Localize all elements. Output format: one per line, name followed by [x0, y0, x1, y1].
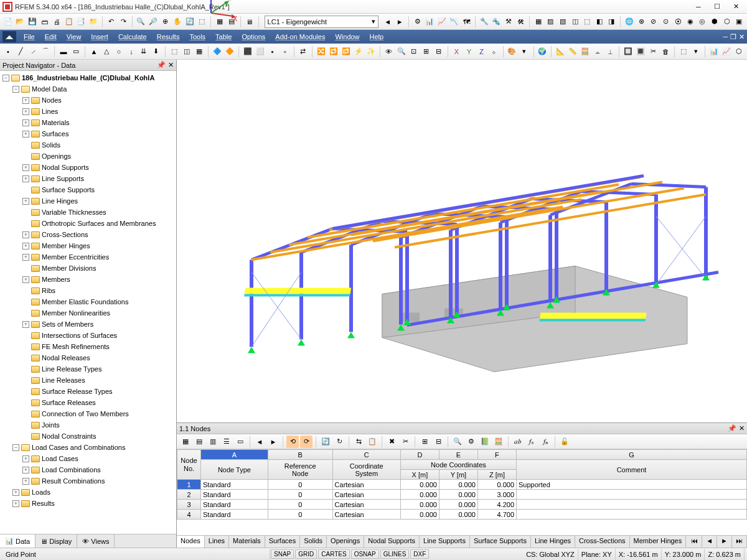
table-tab[interactable]: Cross-Sections [575, 536, 630, 548]
tb5-icon[interactable]: ▭ [234, 436, 247, 448]
table-tab[interactable]: Surface Supports [470, 536, 531, 548]
table-close-icon[interactable]: ✕ [739, 424, 745, 432]
menu-file[interactable]: File [19, 32, 40, 42]
tree-item[interactable]: +Member Eccentricities [0, 251, 176, 263]
load-icon[interactable]: ↓ [126, 45, 137, 58]
tree-item[interactable]: Nodal Releases [0, 352, 176, 363]
menu-results[interactable]: Results [152, 32, 185, 42]
tree-item[interactable]: Intersections of Surfaces [0, 330, 176, 341]
tb1-icon[interactable]: ▦ [179, 436, 192, 448]
table-tab[interactable]: Openings [327, 536, 364, 548]
tree-item[interactable]: +Member Hinges [0, 240, 176, 251]
tb4-icon[interactable]: ☰ [220, 436, 233, 448]
tree-item[interactable]: Joints [0, 419, 176, 431]
tree-item[interactable]: +Nodes [0, 95, 176, 106]
tree-item[interactable]: +Nodal Supports [0, 162, 176, 173]
tree-item[interactable]: Surface Supports [0, 184, 176, 195]
table-pin-icon[interactable]: 📌 [728, 424, 736, 432]
tb9-icon[interactable]: ⟳ [300, 436, 312, 448]
tb18-icon[interactable]: 🔍 [451, 436, 464, 448]
node-icon[interactable]: • [2, 45, 14, 58]
tree-item[interactable]: Line Releases [0, 375, 176, 386]
tree-item[interactable]: Orthotropic Surfaces and Membranes [0, 218, 176, 229]
snap-toggle[interactable]: SNAP [271, 549, 294, 559]
tree-item[interactable]: +Line Supports [0, 173, 176, 184]
tb6-icon[interactable]: ◄ [253, 436, 266, 448]
snap-toggle[interactable]: CARTES [318, 549, 349, 559]
tree-item[interactable]: Nodal Constraints [0, 431, 176, 442]
tree-item[interactable]: Solids [0, 139, 176, 151]
load3-icon[interactable]: ⬇ [151, 45, 162, 58]
pin-icon[interactable]: 📌 [157, 61, 166, 69]
tb21-icon[interactable]: 𝑓ₓ [525, 436, 538, 448]
tb3-icon[interactable]: ▥ [207, 436, 219, 448]
project-icon[interactable]: 📁 [88, 16, 99, 28]
tb15-icon[interactable]: ✂ [399, 436, 411, 448]
t2-icon[interactable]: ◫ [181, 45, 192, 58]
menu-insert[interactable]: Insert [86, 32, 113, 42]
snap-toggle[interactable]: GRID [295, 549, 317, 559]
tree-item[interactable]: Member Divisions [0, 263, 176, 274]
tb16-icon[interactable]: ⊞ [418, 436, 431, 448]
table-tab[interactable]: Surfaces [265, 536, 300, 548]
table-tab[interactable]: Line Supports [420, 536, 470, 548]
saveall-icon[interactable]: 🗃 [39, 16, 50, 28]
tree-item[interactable]: −Load Cases and Combinations [0, 442, 176, 453]
tree-item[interactable]: +Materials [0, 117, 176, 128]
zoom2-icon[interactable]: 🔎 [148, 16, 159, 28]
t1-icon[interactable]: ⬚ [169, 45, 180, 58]
table-tab[interactable]: Solids [300, 536, 327, 548]
lock-icon[interactable]: 🔓 [558, 436, 571, 448]
arc-icon[interactable]: ⌒ [40, 45, 51, 58]
navtab-data[interactable]: 📊 Data [0, 534, 35, 548]
tree-item[interactable]: Variable Thicknesses [0, 207, 176, 218]
zoom3-icon[interactable]: ⊕ [160, 16, 171, 28]
navtab-views[interactable]: 👁 Views [77, 534, 115, 548]
redo-icon[interactable]: ↷ [118, 16, 129, 28]
snap-toggle[interactable]: OSNAP [351, 549, 379, 559]
tree-item[interactable]: −186_Industriebau Halle_(C)Dlubal_KohlA [0, 72, 176, 83]
excel-icon[interactable]: 📗 [479, 436, 491, 448]
navtab-display[interactable]: 🖥 Display [35, 534, 77, 548]
menu-edit[interactable]: Edit [40, 32, 62, 42]
tb2-icon[interactable]: ▤ [193, 436, 205, 448]
tree-item[interactable]: +Cross-Sections [0, 229, 176, 240]
save-icon[interactable]: 💾 [27, 16, 38, 28]
tree-item[interactable]: Line Release Types [0, 363, 176, 375]
snap-toggle[interactable]: DXF [410, 549, 429, 559]
tb10-icon[interactable]: 🔄 [319, 436, 332, 448]
dlubal-logo-icon[interactable]: ◢◣ [2, 31, 16, 42]
menu-view[interactable]: View [62, 32, 87, 42]
tb7-icon[interactable]: ► [267, 436, 280, 448]
tb20-icon[interactable]: 𝑎𝑏 [512, 436, 524, 448]
snap-toggle[interactable]: GLINES [380, 549, 410, 559]
menu-calculate[interactable]: Calculate [113, 32, 152, 42]
table-tab[interactable]: Nodes [177, 536, 205, 548]
tb13-icon[interactable]: 📋 [366, 436, 378, 448]
tree-item[interactable]: Member Elastic Foundations [0, 296, 176, 307]
tb22-icon[interactable]: 𝑓ₐ [539, 436, 552, 448]
pan-icon[interactable]: ✋ [172, 16, 183, 28]
copy-icon[interactable]: 📑 [76, 16, 87, 28]
tree-item[interactable]: +Line Hinges [0, 195, 176, 207]
tab-next-icon[interactable]: ► [717, 536, 732, 548]
tree-item[interactable]: +Load Combinations [0, 464, 176, 475]
table-tab[interactable]: Line Hinges [531, 536, 575, 548]
print-icon[interactable]: 🖨 [51, 16, 62, 28]
support-icon[interactable]: ▲ [88, 45, 100, 58]
tab-last-icon[interactable]: ⏭ [732, 536, 747, 548]
report-icon[interactable]: 📋 [63, 16, 75, 28]
support2-icon[interactable]: △ [101, 45, 112, 58]
tb12-icon[interactable]: ⇆ [352, 436, 365, 448]
polyline-icon[interactable]: ⟋ [27, 45, 39, 58]
tree-item[interactable]: +Results [0, 498, 176, 509]
open-icon[interactable]: 📂 [15, 16, 26, 28]
tab-first-icon[interactable]: ⏮ [687, 536, 702, 548]
nodes-table[interactable]: NodeNo.ABCDEFGNode TypeReferenceNodeCoor… [177, 449, 747, 535]
nav-close-icon[interactable]: ✕ [168, 61, 174, 69]
line-icon[interactable]: ╱ [15, 45, 26, 58]
tree-item[interactable]: Ribs [0, 285, 176, 296]
tree-item[interactable]: +Lines [0, 106, 176, 117]
surface-icon[interactable]: ▭ [70, 45, 82, 58]
undo-icon[interactable]: ↶ [106, 16, 117, 28]
